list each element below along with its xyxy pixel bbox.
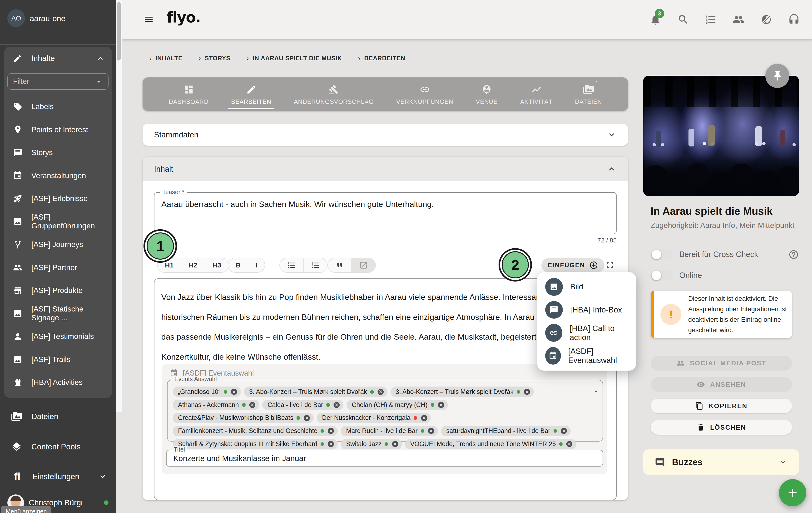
open-in-new-icon [359, 261, 368, 270]
sidebar-item-storys[interactable]: Storys [4, 141, 112, 164]
sidebar-item-points-of-interest[interactable]: Points of Interest [4, 118, 112, 141]
headset-icon[interactable] [788, 14, 800, 26]
bullet-list-button[interactable] [280, 258, 304, 272]
remove-icon[interactable] [230, 388, 238, 396]
remove-icon[interactable] [420, 414, 428, 422]
social-media-post-button[interactable]: SOCIAL MEDIA POST [651, 356, 792, 370]
remove-icon[interactable] [437, 401, 445, 409]
sidebar-item-veranstaltungen[interactable]: Veranstaltungen [4, 164, 112, 187]
remove-icon[interactable] [377, 388, 384, 396]
tab-verknuepfungen[interactable]: VERKNÜPFUNGEN [396, 77, 453, 111]
sidebar-item-hba-activities[interactable]: [HBA] Activities [4, 371, 112, 394]
chevron-up-icon[interactable] [607, 164, 617, 174]
teaser-value: Aarau überrascht - auch in Sachen Musik.… [161, 199, 434, 209]
heading-button[interactable]: H3 [205, 258, 229, 272]
teaser-field[interactable]: Teaser * Aarau überrascht - auch in Sach… [154, 192, 617, 234]
fullscreen-icon[interactable] [605, 260, 615, 270]
event-chip: Familienkonzert - Musik, Seiltanz und Ge… [173, 426, 338, 436]
status-dot [431, 403, 434, 407]
tab-aenderungsvorschlag[interactable]: ÄNDERUNGSVORSCHLAG [294, 77, 374, 111]
loeschen-button[interactable]: LÖSCHEN [651, 420, 792, 435]
inhalt-accordion[interactable]: Inhalt [143, 157, 628, 181]
italic-button[interactable]: I [248, 258, 265, 272]
search-icon[interactable] [677, 14, 689, 26]
sidebar-item-asf-gruppenfuehrungen[interactable]: [ASF] Gruppenführungen [4, 210, 112, 233]
menu-icon[interactable] [144, 14, 154, 25]
stammdaten-accordion[interactable]: Stammdaten [143, 124, 628, 146]
sidebar-item-asf-produkte[interactable]: [ASF] Produkte [4, 279, 112, 302]
breadcrumb-item[interactable]: › BEARBEITEN [358, 54, 405, 62]
sidebar-item-asf-statische-signage[interactable]: [ASF] Statische Signage ... [4, 302, 112, 325]
numbered-list-button[interactable] [304, 258, 327, 272]
kopieren-button[interactable]: KOPIEREN [651, 399, 792, 413]
sidebar-item-asf-partner[interactable]: [ASF] Partner [4, 256, 112, 279]
tab-venue[interactable]: VENUE [476, 77, 498, 111]
chevron-up-icon[interactable] [96, 54, 105, 63]
theme-toggle-icon[interactable] [760, 14, 772, 26]
filter-select[interactable]: Filter [7, 73, 109, 90]
menu-item-bild[interactable]: Bild [538, 275, 636, 298]
caret-down-icon[interactable] [591, 387, 600, 396]
chevron-down-icon[interactable] [778, 458, 787, 466]
tab-aktivitaet[interactable]: AKTIVITÄT [520, 77, 552, 111]
sidebar-item-asf-testimonials[interactable]: [ASF] Testimonials [4, 325, 112, 348]
remove-icon[interactable] [560, 427, 568, 435]
heading-button[interactable]: H1 [157, 258, 181, 272]
einfuegen-button[interactable]: EINFÜGEN [542, 258, 605, 272]
help-icon[interactable] [788, 249, 799, 260]
sidebar-item-asf-journeys[interactable]: [ASF] Journeys [4, 233, 112, 256]
add-fab-button[interactable] [779, 479, 806, 506]
online-status-dot [104, 501, 109, 505]
sidebar-item-labels[interactable]: Labels [4, 95, 112, 118]
online-toggle-row: Online [651, 269, 799, 282]
chevron-down-icon[interactable] [98, 472, 107, 481]
sidebar-item-einstellungen[interactable]: fl Einstellungen [0, 462, 116, 491]
breadcrumb-item[interactable]: › STORYS [199, 54, 230, 62]
event-chip: VOGUE! Mode, Trends und neue Töne WINTER… [405, 439, 576, 450]
quote-button[interactable] [328, 258, 352, 272]
menu-item-asdf-eventauswahl[interactable]: [ASDF] Eventauswahl [538, 344, 636, 368]
remove-icon[interactable] [333, 401, 340, 409]
remove-icon[interactable] [327, 440, 335, 448]
sidebar-item-content-pools[interactable]: Content Pools [0, 432, 116, 462]
workspace-avatar[interactable]: AO [7, 9, 25, 27]
menu-item-hba-info-box[interactable]: [HBA] Info-Box [538, 298, 636, 322]
titel-field[interactable]: Titel Konzerte und Musikanlässe im Janua… [166, 450, 603, 466]
open-in-new-button[interactable] [352, 258, 375, 272]
sidebar-group-header[interactable]: Inhalte [4, 47, 112, 70]
heading-button[interactable]: H2 [181, 258, 205, 272]
event-chip: Chelan (CH) & maryy (CH) [347, 400, 448, 410]
remove-icon[interactable] [566, 440, 573, 448]
online-toggle[interactable] [651, 270, 672, 281]
remove-icon[interactable] [523, 388, 531, 396]
tab-bearbeiten[interactable]: BEARBEITEN [231, 77, 271, 111]
sidebar-scrollbar[interactable] [116, 0, 122, 412]
people-icon[interactable] [732, 14, 745, 26]
tab-dateien[interactable]: 1 DATEIEN [575, 77, 602, 111]
pencil-icon [12, 54, 22, 63]
remove-icon[interactable] [327, 427, 335, 435]
pin-button[interactable] [765, 64, 789, 88]
chevron-down-icon[interactable] [607, 130, 617, 140]
cross-check-toggle[interactable] [651, 249, 672, 260]
remove-icon[interactable] [303, 414, 311, 422]
sidebar-item-dateien[interactable]: Dateien [0, 401, 116, 432]
menu-item-hba-call-to-action[interactable]: [HBA] Call to action [538, 321, 636, 344]
remove-icon[interactable] [249, 401, 256, 409]
tab-dashboard[interactable]: DASHBOARD [169, 77, 209, 111]
list-numbered-icon[interactable] [705, 14, 717, 26]
breadcrumb-item[interactable]: › IN AARAU SPIELT DIE MUSIK [246, 54, 342, 62]
notifications-button[interactable]: 3 [649, 14, 661, 26]
remove-icon[interactable] [392, 440, 399, 448]
ansehen-button[interactable]: ANSEHEN [651, 377, 792, 392]
sidebar-item-asf-trails[interactable]: [ASF] Trails [4, 348, 112, 371]
buzzes-accordion[interactable]: Buzzes [643, 450, 799, 475]
remove-icon[interactable] [428, 427, 435, 435]
bold-button[interactable]: B [228, 258, 248, 272]
events-auswahl-field[interactable]: „Grandioso 10“ 3. Abo-Konzert – Truls Mø… [167, 380, 603, 441]
tab-bar: DASHBOARD BEARBEITEN ÄNDERUNGSVORSCHLAG [143, 77, 628, 111]
breadcrumb-item[interactable]: › INHALTE [149, 54, 182, 62]
scrollbar-thumb[interactable] [117, 2, 120, 61]
online-label: Online [679, 271, 702, 280]
sidebar-item-asf-erlebnisse[interactable]: [ASF] Erlebnisse [4, 187, 112, 210]
